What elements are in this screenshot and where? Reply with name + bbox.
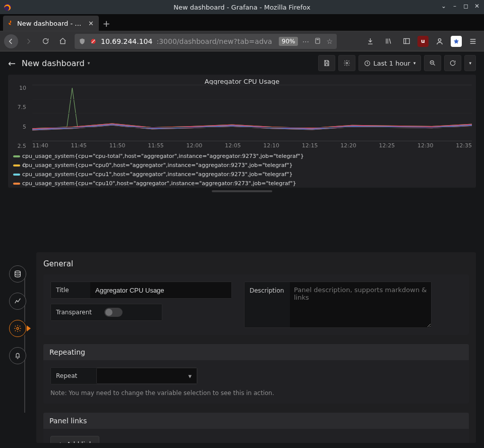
window-close-icon[interactable]: ✕	[473, 2, 481, 10]
back-arrow-icon[interactable]: ←	[8, 58, 16, 69]
chevron-down-icon: ▾	[88, 61, 90, 66]
page-action-menu-icon[interactable]: ⋯	[302, 37, 309, 45]
downloads-icon[interactable]	[363, 34, 377, 48]
new-tab-button[interactable]: +	[99, 16, 114, 31]
browser-tab-active[interactable]: New dashboard - Graf… ✕	[3, 16, 99, 31]
sidebar-icon[interactable]	[399, 34, 413, 48]
chart-plot-area[interactable]	[32, 85, 472, 141]
nav-forward-button	[21, 34, 35, 48]
plus-icon: ＋	[57, 439, 64, 443]
nav-home-button[interactable]	[55, 34, 70, 48]
transparent-toggle[interactable]	[104, 308, 123, 317]
tab-close-icon[interactable]: ✕	[88, 20, 94, 27]
panel-title: Aggregator CPU Usage	[13, 78, 471, 85]
grafana-favicon-icon	[7, 20, 14, 27]
zoom-out-button[interactable]	[424, 55, 441, 71]
firefox-icon	[3, 3, 12, 12]
legend-label: cpu_usage_system{cpu="cpu0",host="aggreg…	[22, 162, 293, 169]
nav-back-button[interactable]	[4, 34, 18, 48]
repeat-label: Repeat	[51, 372, 96, 379]
chevron-down-icon: ▾	[413, 61, 416, 66]
legend-label: cpu_usage_system{cpu="cpu-total",host="a…	[22, 153, 304, 159]
svg-point-6	[438, 38, 441, 41]
nav-reload-button[interactable]	[38, 34, 52, 48]
legend-label: cpu_usage_system{cpu="cpu1",host="aggreg…	[22, 171, 293, 178]
svg-rect-4	[317, 39, 319, 40]
tab-strip: New dashboard - Graf… ✕ +	[0, 14, 484, 31]
legend-item[interactable]: cpu_usage_system{cpu="cpu1",host="aggreg…	[13, 171, 293, 179]
panel-editor: General Title Transparent	[8, 252, 476, 443]
legend-swatch	[13, 174, 20, 176]
section-heading-general: General	[43, 259, 469, 268]
legend-item[interactable]: cpu_usage_system{cpu="cpu-total",host="a…	[13, 152, 304, 160]
reader-mode-icon[interactable]	[314, 37, 321, 45]
svg-point-11	[17, 327, 19, 329]
window-title: New dashboard - Grafana - Mozilla Firefo…	[173, 4, 310, 11]
svg-point-10	[15, 271, 21, 273]
url-bar[interactable]: 10.69.244.104:3000/dashboard/new?tab=adv…	[75, 34, 337, 49]
description-field: Description	[244, 282, 432, 328]
tab-visualization[interactable]	[9, 293, 26, 310]
dashboard-title[interactable]: New dashboard ▾	[22, 59, 90, 68]
section-heading-repeating: Repeating	[43, 344, 469, 360]
tab-queries[interactable]	[9, 265, 26, 283]
tab-title: New dashboard - Graf…	[17, 20, 83, 27]
section-heading-links: Panel links	[43, 413, 469, 429]
chart-legend: cpu_usage_system{cpu="cpu-total",host="a…	[13, 152, 471, 188]
repeat-select[interactable]: ▾	[96, 368, 197, 384]
transparent-field: Transparent	[50, 304, 162, 321]
description-textarea[interactable]	[290, 282, 431, 327]
browser-toolbar: 10.69.244.104:3000/dashboard/new?tab=adv…	[0, 31, 484, 51]
legend-item[interactable]: cpu_usage_system{cpu="cpu10",host="aggre…	[13, 180, 296, 188]
refresh-button[interactable]	[444, 55, 461, 71]
account-icon[interactable]	[433, 34, 447, 48]
refresh-interval-picker[interactable]: ▾	[464, 55, 476, 71]
title-input[interactable]	[90, 282, 231, 298]
hamburger-menu-icon[interactable]	[466, 34, 480, 48]
grafana-toolbar: ← New dashboard ▾ Last 1 hour ▾	[0, 51, 484, 75]
legend-label: cpu_usage_system{cpu="cpu10",host="aggre…	[22, 180, 296, 187]
tab-alert[interactable]	[9, 347, 26, 364]
window-minimize-icon[interactable]: –	[451, 2, 459, 10]
repeat-note: Note: You may need to change the variabl…	[50, 389, 462, 397]
repeat-field: Repeat ▾	[50, 367, 198, 384]
panel-resize-handle[interactable]	[0, 189, 484, 194]
chevron-down-icon: ▾	[188, 372, 192, 380]
ublock-icon[interactable]: u	[417, 36, 429, 47]
extension-icon[interactable]	[451, 36, 462, 47]
svg-point-7	[346, 62, 348, 64]
svg-rect-5	[403, 39, 409, 44]
library-icon[interactable]	[381, 34, 395, 48]
tracking-shield-icon[interactable]	[79, 38, 86, 45]
save-dashboard-button[interactable]	[318, 55, 335, 71]
tab-general[interactable]	[9, 320, 26, 337]
transparent-label: Transparent	[51, 309, 99, 316]
bookmark-star-icon[interactable]: ☆	[326, 37, 333, 45]
url-path: :3000/dashboard/new?tab=adva	[156, 37, 272, 45]
svg-rect-3	[316, 38, 320, 43]
url-host: 10.69.244.104	[101, 37, 152, 45]
window-showdesktop-icon[interactable]: ⌄	[440, 2, 448, 10]
panel-chart-preview: Aggregator CPU Usage 107.552.50 11:4011:…	[8, 75, 476, 188]
chart-x-axis: 11:4011:4511:5011:5512:0012:0512:1012:15…	[32, 142, 472, 150]
time-range-picker[interactable]: Last 1 hour ▾	[358, 55, 421, 71]
add-link-button[interactable]: ＋ Add link	[50, 436, 99, 443]
legend-swatch	[13, 183, 20, 185]
title-field: Title	[50, 282, 232, 299]
window-titlebar: New dashboard - Grafana - Mozilla Firefo…	[0, 0, 484, 14]
zoom-indicator[interactable]: 90%	[279, 37, 298, 46]
site-identity-icon[interactable]	[90, 38, 97, 45]
description-label: Description	[245, 282, 290, 327]
dashboard-settings-button[interactable]	[338, 55, 355, 71]
legend-swatch	[13, 164, 20, 166]
title-label: Title	[51, 287, 90, 294]
window-maximize-icon[interactable]: ◻	[462, 2, 470, 10]
legend-item[interactable]: cpu_usage_system{cpu="cpu0",host="aggreg…	[13, 161, 293, 170]
legend-swatch	[13, 155, 20, 157]
